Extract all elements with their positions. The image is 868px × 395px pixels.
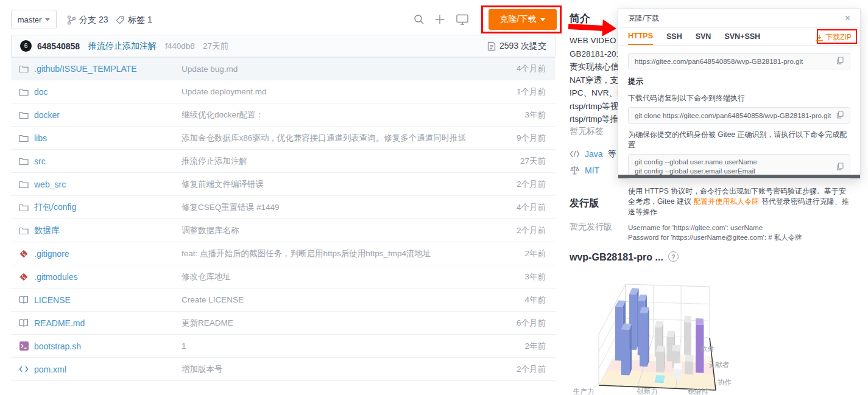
- file-commit-message[interactable]: 更新README: [182, 318, 233, 329]
- file-commit-message[interactable]: 修复CSEQ重置错误 #1449: [182, 202, 280, 213]
- download-zip-button[interactable]: 下载ZIP: [813, 31, 854, 44]
- file-commit-time: 3年前: [524, 271, 556, 282]
- file-row[interactable]: pom.xml增加版本号2个月前: [11, 358, 556, 381]
- modal-header: 克隆/下载 ×: [618, 9, 860, 28]
- commit-message-link[interactable]: 推流停止添加注解: [88, 41, 157, 52]
- language-suffix: 等: [608, 149, 616, 159]
- tags-link[interactable]: 标签 1: [116, 15, 152, 26]
- help-icon[interactable]: ?: [668, 251, 679, 262]
- file-row[interactable]: README.md更新README6个月前: [11, 312, 556, 335]
- file-row[interactable]: libs添加金仓数据库x86驱动，优化兼容接口通道列表查询。修复多个通道同时推送…: [11, 127, 556, 150]
- branch-selector[interactable]: master: [11, 10, 57, 29]
- file-commit-message[interactable]: 调整数据库名称: [182, 225, 239, 236]
- file-commit-time: 2个月前: [517, 225, 556, 236]
- file-row[interactable]: bootstrap.sh12年前: [11, 335, 556, 358]
- modal-scrollbar[interactable]: [618, 175, 860, 178]
- file-commit-message[interactable]: feat: 点播开始后的截图任务，判断启用https后使用https_fmp4流…: [182, 248, 431, 259]
- file-commit-message[interactable]: 推流停止添加注解: [182, 156, 247, 167]
- commits-count-link[interactable]: 2593 次提交: [487, 41, 546, 52]
- download-zip-label: 下载ZIP: [825, 32, 852, 43]
- file-row[interactable]: .github/ISSUE_TEMPLATEUpdate bug.md4个月前: [11, 57, 556, 80]
- file-row[interactable]: src推流停止添加注解27天前: [11, 150, 556, 173]
- file-row[interactable]: LICENSECreate LICENSE4年前: [11, 288, 556, 312]
- tip-config-text: 为确保你提交的代码身份被 Gitee 正确识别，请执行以下命令完成配置: [628, 130, 850, 150]
- commits-count-label: 2593 次提交: [499, 41, 546, 52]
- tab-svn+ssh[interactable]: SVN+SSH: [724, 28, 760, 45]
- file-name-link[interactable]: docker: [34, 110, 60, 120]
- file-name-link[interactable]: .gitignore: [34, 249, 69, 259]
- file-commit-message[interactable]: Update bug.md: [182, 65, 238, 74]
- tags-label: 标签 1: [128, 15, 152, 26]
- file-name-link[interactable]: pom.xml: [34, 365, 66, 374]
- file-commit-message[interactable]: 添加金仓数据库x86驱动，优化兼容接口通道列表查询。修复多个通道同时推送: [182, 133, 466, 144]
- shell-icon: [18, 341, 29, 351]
- commit-author[interactable]: 648540858: [37, 41, 80, 51]
- protocol-tabs: HTTPSSSHSVNSVN+SSH 下载ZIP: [618, 28, 860, 46]
- branches-link[interactable]: 分支 23: [67, 15, 108, 26]
- file-commit-message[interactable]: 1: [182, 341, 186, 351]
- file-commit-time: 3年前: [524, 110, 556, 121]
- file-commit-time: 9个月前: [517, 133, 556, 144]
- file-commit-time: 27天前: [520, 156, 556, 167]
- file-commit-message[interactable]: 增加版本号: [182, 364, 223, 375]
- repo-description-line: rtsp/rtmp等推流转发: [570, 113, 618, 126]
- tab-ssh[interactable]: SSH: [666, 28, 682, 45]
- clone-url-field[interactable]: https://gitee.com/pan648540858/wvp-GB281…: [628, 53, 850, 69]
- folder-icon: [18, 65, 29, 73]
- file-commit-message[interactable]: Create LICENSE: [182, 295, 244, 304]
- tab-https[interactable]: HTTPS: [628, 28, 653, 45]
- close-icon[interactable]: ×: [845, 13, 850, 23]
- file-commit-message[interactable]: 修复前端文件编译错误: [182, 179, 264, 190]
- git-clone-command-text: git clone https://gitee.com/pan648540858…: [635, 112, 831, 119]
- copy-icon[interactable]: [836, 57, 844, 66]
- file-name-link[interactable]: web_src: [34, 180, 66, 189]
- file-commit-message[interactable]: 修改仓库地址: [182, 271, 231, 282]
- file-name-link[interactable]: LICENSE: [34, 295, 71, 305]
- language-row: Java 等: [570, 149, 616, 159]
- file-commit-message[interactable]: Update deployment.md: [182, 87, 267, 96]
- file-row[interactable]: web_src修复前端文件编译错误2个月前: [11, 173, 556, 196]
- copy-icon[interactable]: [836, 111, 844, 120]
- file-row[interactable]: .gitignorefeat: 点播开始后的截图任务，判断启用https后使用h…: [11, 242, 556, 265]
- file-commit-time: 2个月前: [517, 364, 556, 375]
- file-name-link[interactable]: bootstrap.sh: [34, 341, 81, 351]
- chart-shape: [685, 355, 693, 362]
- file-row[interactable]: docker继续优化docker配置：3年前: [11, 103, 556, 127]
- file-row[interactable]: docUpdate deployment.md1个月前: [11, 80, 556, 103]
- clone-download-button[interactable]: 克隆/下载: [489, 9, 557, 30]
- repo-description-line: rtsp/rtmp等视频流转: [570, 100, 618, 113]
- file-name-link[interactable]: 数据库: [34, 225, 60, 236]
- language-link[interactable]: Java: [585, 149, 603, 159]
- chart-shape: [672, 345, 680, 352]
- file-row[interactable]: .gitmodules修改仓库地址3年前: [11, 265, 556, 288]
- commit-time: 27天前: [203, 41, 228, 52]
- eval-title-row: wvp-GB28181-pro ...?: [570, 251, 679, 263]
- git-clone-command[interactable]: git clone https://gitee.com/pan648540858…: [628, 107, 850, 124]
- file-name-link[interactable]: README.md: [34, 318, 85, 328]
- search-icon[interactable]: [414, 14, 425, 27]
- file-name-link[interactable]: 打包/config: [34, 202, 76, 213]
- file-name-link[interactable]: .gitmodules: [34, 272, 78, 282]
- chart-axis-label: 贡献者: [708, 361, 730, 369]
- file-commit-message[interactable]: 继续优化docker配置：: [182, 110, 264, 121]
- chart-shape: [656, 346, 665, 352]
- avatar[interactable]: 6: [20, 40, 32, 52]
- file-row[interactable]: 数据库调整数据库名称2个月前: [11, 219, 556, 242]
- repo-description: WEB VIDEO PLATFORMGB28181-2016标准的责实现核心信令…: [570, 34, 618, 126]
- tab-svn[interactable]: SVN: [696, 28, 711, 45]
- file-name-link[interactable]: src: [34, 156, 46, 166]
- file-name-link[interactable]: doc: [34, 87, 48, 97]
- plus-icon[interactable]: [434, 14, 445, 27]
- file-name-link[interactable]: libs: [34, 133, 47, 143]
- personal-token-link[interactable]: 配置并使用私人令牌: [693, 197, 759, 206]
- chart-shape: [647, 307, 649, 367]
- chart-axis-label: 创新力: [637, 388, 658, 395]
- license-link[interactable]: MIT: [585, 166, 599, 175]
- folder-icon: [18, 203, 29, 212]
- copy-icon[interactable]: [836, 163, 844, 172]
- file-name-link[interactable]: .github/ISSUE_TEMPLATE: [34, 64, 137, 74]
- tag-icon: [116, 16, 125, 25]
- file-row[interactable]: 打包/config修复CSEQ重置错误 #14494个月前: [11, 196, 556, 219]
- monitor-icon[interactable]: [456, 14, 468, 27]
- folder-icon: [18, 134, 29, 142]
